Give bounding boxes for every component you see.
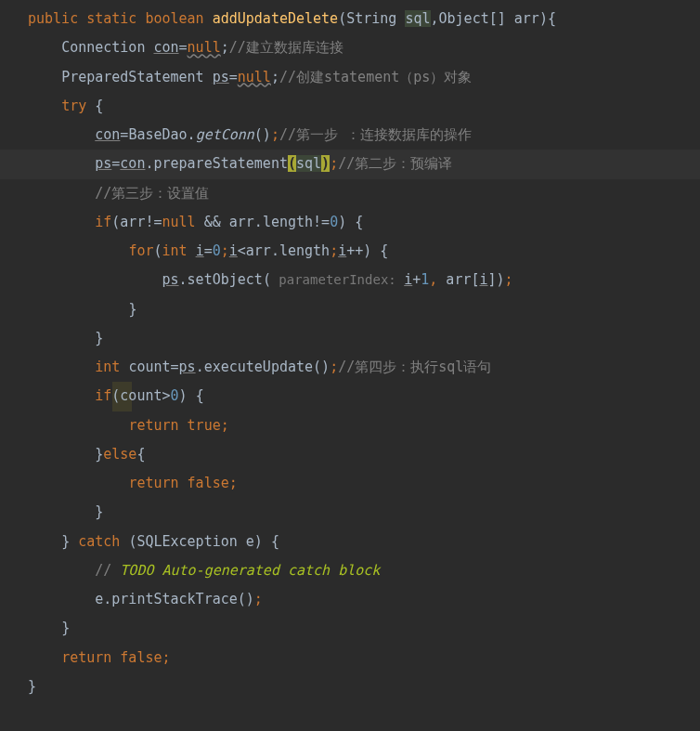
code-line: int count=ps.executeUpdate();//第四步：执行sql… bbox=[28, 353, 700, 382]
code-line: return false; bbox=[28, 469, 700, 498]
code-line: for(int i=0;i<arr.length;i++) { bbox=[28, 237, 700, 266]
code-editor[interactable]: public static boolean addUpdateDelete(St… bbox=[28, 5, 700, 701]
code-line: return true; bbox=[28, 411, 700, 440]
code-line: ps=con.prepareStatement(sql);//第二步：预编译 bbox=[28, 150, 700, 178]
code-line: e.printStackTrace(); bbox=[28, 585, 700, 614]
code-line: PreparedStatement ps=null;//创建statement（… bbox=[28, 63, 700, 92]
code-line: } bbox=[28, 324, 700, 353]
code-line: } catch (SQLException e) { bbox=[28, 528, 700, 556]
code-line: ps.setObject( parameterIndex: i+1, arr[i… bbox=[28, 266, 700, 294]
code-line: } bbox=[28, 672, 700, 701]
code-line: con=BaseDao.getConn();//第一步 ：连接数据库的操作 bbox=[28, 121, 700, 150]
code-line: //第三步：设置值 bbox=[28, 179, 700, 208]
code-line: } bbox=[28, 498, 700, 527]
code-line: } bbox=[28, 614, 700, 643]
code-line: Connection con=null;//建立数据库连接 bbox=[28, 33, 700, 62]
code-line: }else{ bbox=[28, 440, 700, 469]
code-line: return false; bbox=[28, 644, 700, 672]
code-line: if(count>0) { bbox=[28, 382, 700, 411]
code-line: public static boolean addUpdateDelete(St… bbox=[28, 5, 700, 33]
code-line: // TODO Auto-generated catch block bbox=[28, 556, 700, 585]
code-line: } bbox=[28, 295, 700, 324]
code-line: try { bbox=[28, 92, 700, 121]
code-line: if(arr!=null && arr.length!=0) { bbox=[28, 208, 700, 237]
